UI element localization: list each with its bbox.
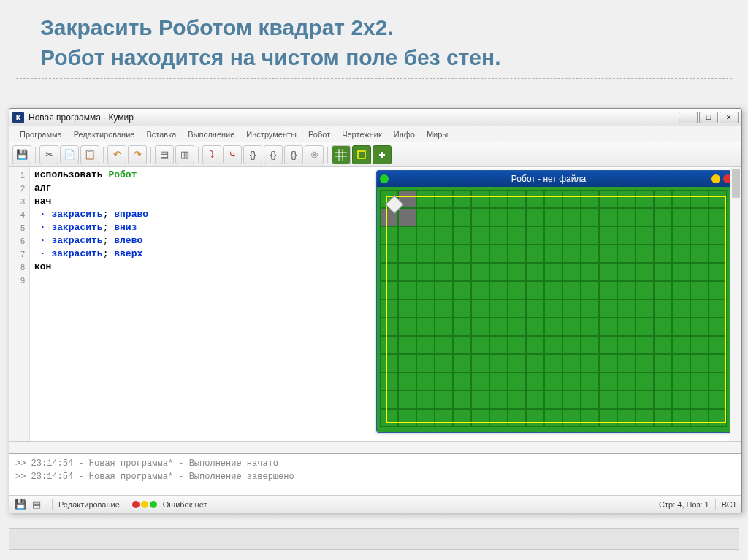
grid-cell — [581, 391, 599, 409]
grid-cell — [416, 245, 435, 263]
menu-edit[interactable]: Редактирование — [68, 128, 141, 141]
step-over-icon[interactable]: ⤵ — [202, 145, 221, 164]
grid-cell — [709, 391, 727, 409]
menu-insert[interactable]: Вставка — [140, 128, 182, 141]
save-icon[interactable]: 💾 — [12, 145, 31, 164]
scrollbar-thumb[interactable] — [732, 169, 740, 198]
console-line: >> 23:14:54 - Новая программа* - Выполне… — [15, 457, 736, 470]
grid-cell — [690, 391, 709, 409]
menu-drawer[interactable]: Чертежник — [336, 128, 388, 141]
brace1-icon[interactable]: {} — [243, 145, 262, 164]
grid-cell — [581, 299, 599, 318]
dir-up: вверх — [114, 248, 142, 259]
paste-icon[interactable]: 📋 — [80, 145, 99, 164]
grid-cell — [617, 354, 636, 372]
grid-cell — [380, 263, 398, 281]
brace3-icon[interactable]: {} — [284, 145, 303, 164]
grid-cell — [599, 226, 617, 245]
grid-cell — [398, 245, 416, 263]
menu-program[interactable]: Программа — [14, 128, 68, 141]
grid-cell — [636, 372, 654, 391]
vertical-scrollbar[interactable] — [730, 167, 741, 441]
cut-icon[interactable]: ✂ — [39, 145, 58, 164]
copy-icon[interactable]: 📄 — [60, 145, 79, 164]
grid-icon[interactable] — [332, 145, 351, 164]
grid-cell — [416, 208, 435, 226]
robot-titlebar[interactable]: Робот - нет файла — [377, 171, 735, 187]
menu-robot[interactable]: Робот — [302, 128, 336, 141]
grid-cell — [526, 354, 544, 372]
toolbar-separator — [198, 147, 199, 163]
step-into-icon[interactable]: ⤷ — [223, 145, 242, 164]
grid-cell — [690, 409, 709, 427]
grid-cell — [471, 226, 489, 245]
titlebar[interactable]: К Новая программа - Кумир ─ ☐ ✕ — [9, 109, 741, 126]
menu-worlds[interactable]: Миры — [421, 128, 454, 141]
redo-icon[interactable]: ↷ — [128, 145, 147, 164]
minimize-button[interactable]: ─ — [679, 112, 698, 123]
robot-minimize-icon[interactable] — [711, 174, 720, 183]
menu-run[interactable]: Выполнение — [182, 128, 240, 141]
horizontal-scrollbar[interactable] — [9, 441, 741, 453]
traffic-green-icon — [150, 501, 157, 508]
robot-field[interactable] — [377, 187, 735, 432]
grid-cell — [654, 281, 672, 299]
grid-cell — [435, 318, 453, 336]
kw-end: кон — [34, 261, 51, 272]
grid-cell — [489, 208, 508, 226]
grid-cell — [636, 208, 654, 226]
menu-info[interactable]: Инфо — [388, 128, 421, 141]
robot-panel[interactable]: Робот - нет файла — [376, 170, 736, 433]
maximize-button[interactable]: ☐ — [699, 112, 718, 123]
grid-cell — [398, 208, 416, 226]
grid-cell — [435, 226, 453, 245]
close-button[interactable]: ✕ — [720, 112, 739, 123]
cmd-paint: закрасить — [51, 235, 102, 246]
doc1-icon[interactable]: ▤ — [155, 145, 174, 164]
grid-cell — [617, 391, 636, 409]
plus-icon[interactable] — [373, 145, 392, 164]
grid-cell — [709, 208, 727, 226]
grid-cell — [562, 318, 581, 336]
grid-cell — [416, 299, 435, 318]
grid-cell — [435, 409, 453, 427]
save-status-icon[interactable]: 💾 — [14, 498, 27, 511]
grid-cell — [690, 226, 709, 245]
doc2-icon[interactable]: ▥ — [175, 145, 194, 164]
grid-cell — [562, 299, 581, 318]
grid-cell — [562, 391, 581, 409]
grid-cell — [526, 226, 544, 245]
window-title: Новая программа - Кумир — [28, 112, 679, 123]
sep: ; — [103, 248, 115, 259]
stop-icon[interactable]: ⊗ — [305, 145, 324, 164]
line-number: 5 — [9, 221, 29, 234]
grid-cell — [508, 281, 526, 299]
bullet-icon: · — [34, 248, 51, 259]
status-separator — [715, 499, 716, 510]
grid-cell — [416, 281, 435, 299]
grid-cell — [709, 226, 727, 245]
toolbar-separator — [103, 147, 104, 163]
grid-cell — [508, 409, 526, 427]
robot-status-dot — [380, 174, 389, 183]
menu-tools[interactable]: Инструменты — [240, 128, 302, 141]
doc-status-icon[interactable]: ▤ — [30, 498, 43, 511]
grid-cell — [380, 354, 398, 372]
line-number: 2 — [9, 182, 29, 195]
grid-cell — [526, 263, 544, 281]
frame-icon[interactable] — [352, 145, 371, 164]
grid-cell — [617, 336, 636, 354]
grid-cell — [617, 190, 636, 208]
grid-cell — [709, 409, 727, 427]
brace2-icon[interactable]: {} — [264, 145, 283, 164]
cmd-paint: закрасить — [51, 222, 102, 233]
undo-icon[interactable]: ↶ — [107, 145, 126, 164]
console[interactable]: >> 23:14:54 - Новая программа* - Выполне… — [9, 453, 741, 495]
grid-cell — [581, 190, 599, 208]
grid-cell — [599, 372, 617, 391]
grid-cell — [636, 336, 654, 354]
grid-cell — [471, 372, 489, 391]
grid-cell — [581, 372, 599, 391]
grid-cell — [562, 336, 581, 354]
grid-cell — [654, 391, 672, 409]
